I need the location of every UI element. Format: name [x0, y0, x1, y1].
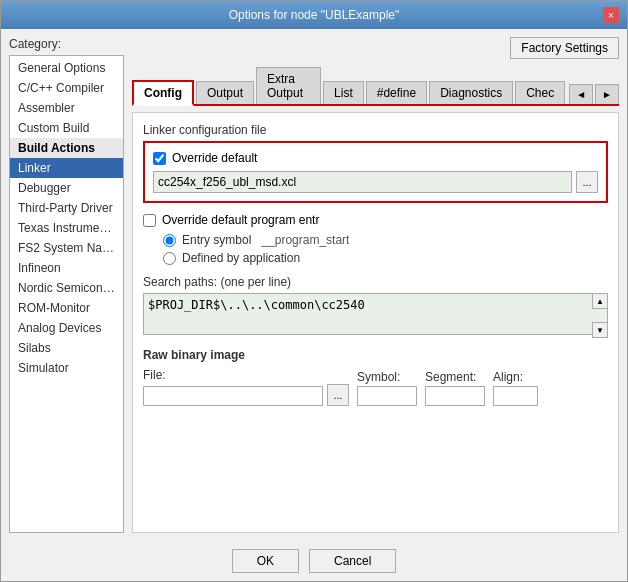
sidebar-item-fs2[interactable]: FS2 System Navig — [10, 238, 123, 258]
override-default-label: Override default — [172, 151, 257, 165]
raw-file-row: ... — [143, 384, 349, 406]
entry-symbol-radio[interactable] — [163, 234, 176, 247]
sidebar-item-custom-build[interactable]: Custom Build — [10, 118, 123, 138]
program-entry-section: Override default program entr Entry symb… — [143, 213, 608, 265]
tab-chec[interactable]: Chec — [515, 81, 565, 104]
sidebar-item-general-options[interactable]: General Options — [10, 58, 123, 78]
sidebar-item-texas[interactable]: Texas Instruments — [10, 218, 123, 238]
sidebar-item-infineon[interactable]: Infineon — [10, 258, 123, 278]
defined-by-app-label: Defined by application — [182, 251, 300, 265]
symbol-label: Symbol: — [357, 370, 417, 384]
raw-file-input[interactable] — [143, 386, 323, 406]
tabs-row: Config Output Extra Output List #define … — [132, 67, 619, 106]
file-label: File: — [143, 368, 349, 382]
segment-label: Segment: — [425, 370, 485, 384]
program-checkbox-row: Override default program entr — [143, 213, 608, 227]
tab-config[interactable]: Config — [132, 80, 194, 106]
sidebar-item-linker[interactable]: Linker — [10, 158, 123, 178]
sidebar-item-nordic[interactable]: Nordic Semiconduc — [10, 278, 123, 298]
symbol-group: Symbol: — [357, 370, 417, 406]
align-label: Align: — [493, 370, 538, 384]
align-input[interactable] — [493, 386, 538, 406]
symbol-input[interactable] — [357, 386, 417, 406]
entry-symbol-label: Entry symbol — [182, 233, 251, 247]
content-area: Linker configuration file Override defau… — [132, 112, 619, 533]
linker-config-section: Linker configuration file Override defau… — [143, 123, 608, 203]
dialog-footer: OK Cancel — [1, 541, 627, 581]
linker-config-title: Linker configuration file — [143, 123, 608, 137]
raw-file-browse-button[interactable]: ... — [327, 384, 349, 406]
tab-define[interactable]: #define — [366, 81, 427, 104]
sidebar: Category: General Options C/C++ Compiler… — [9, 37, 124, 533]
search-paths-label: Search paths: (one per line) — [143, 275, 608, 289]
ok-button[interactable]: OK — [232, 549, 299, 573]
radio-group: Entry symbol __program_start Defined by … — [143, 233, 608, 265]
sidebar-list[interactable]: General Options C/C++ Compiler Assembler… — [9, 55, 124, 533]
sidebar-item-assembler[interactable]: Assembler — [10, 98, 123, 118]
search-paths-textarea[interactable]: $PROJ_DIR$\..\..\common\cc2540 — [143, 293, 608, 335]
search-textarea-wrapper: $PROJ_DIR$\..\..\common\cc2540 ▲ ▼ — [143, 293, 608, 338]
factory-settings-row: Factory Settings — [132, 37, 619, 59]
segment-group: Segment: — [425, 370, 485, 406]
search-scroll-up-button[interactable]: ▲ — [592, 293, 608, 309]
cancel-button[interactable]: Cancel — [309, 549, 396, 573]
linker-file-browse-button[interactable]: ... — [576, 171, 598, 193]
defined-by-app-row: Defined by application — [163, 251, 608, 265]
raw-fields-row: File: ... Symbol: Segment: — [143, 368, 608, 406]
sidebar-item-c-compiler[interactable]: C/C++ Compiler — [10, 78, 123, 98]
align-group: Align: — [493, 370, 538, 406]
category-label: Category: — [9, 37, 124, 51]
override-program-label: Override default program entr — [162, 213, 319, 227]
tab-diagnostics[interactable]: Diagnostics — [429, 81, 513, 104]
file-group: File: ... — [143, 368, 349, 406]
raw-binary-title: Raw binary image — [143, 348, 608, 362]
options-dialog: Options for node "UBLExample" × Category… — [0, 0, 628, 582]
sidebar-item-silabs[interactable]: Silabs — [10, 338, 123, 358]
override-box: Override default cc254x_f256_ubl_msd.xcl… — [143, 141, 608, 203]
sidebar-item-third-party[interactable]: Third-Party Driver — [10, 198, 123, 218]
factory-settings-button[interactable]: Factory Settings — [510, 37, 619, 59]
sidebar-item-debugger[interactable]: Debugger — [10, 178, 123, 198]
dialog-body: Category: General Options C/C++ Compiler… — [1, 29, 627, 541]
entry-symbol-row: Entry symbol __program_start — [163, 233, 608, 247]
tab-list[interactable]: List — [323, 81, 364, 104]
search-paths-section: Search paths: (one per line) $PROJ_DIR$\… — [143, 275, 608, 338]
tab-more-right[interactable]: ► — [595, 84, 619, 104]
defined-by-app-radio[interactable] — [163, 252, 176, 265]
linker-file-input[interactable]: cc254x_f256_ubl_msd.xcl — [153, 171, 572, 193]
override-program-checkbox[interactable] — [143, 214, 156, 227]
raw-binary-section: Raw binary image File: ... Symbol: — [143, 348, 608, 406]
title-bar: Options for node "UBLExample" × — [1, 1, 627, 29]
dialog-title: Options for node "UBLExample" — [25, 8, 603, 22]
override-default-row: Override default — [153, 151, 598, 165]
main-area: Factory Settings Config Output Extra Out… — [132, 37, 619, 533]
entry-symbol-value: __program_start — [261, 233, 349, 247]
override-default-checkbox[interactable] — [153, 152, 166, 165]
close-button[interactable]: × — [603, 7, 619, 23]
tab-extra-output[interactable]: Extra Output — [256, 67, 321, 104]
sidebar-item-simulator[interactable]: Simulator — [10, 358, 123, 378]
tab-more-left[interactable]: ◄ — [569, 84, 593, 104]
sidebar-item-rom-monitor[interactable]: ROM-Monitor — [10, 298, 123, 318]
segment-input[interactable] — [425, 386, 485, 406]
search-scroll-down-button[interactable]: ▼ — [592, 322, 608, 338]
sidebar-item-analog[interactable]: Analog Devices — [10, 318, 123, 338]
linker-file-row: cc254x_f256_ubl_msd.xcl ... — [153, 171, 598, 193]
sidebar-item-build-actions[interactable]: Build Actions — [10, 138, 123, 158]
tab-output[interactable]: Output — [196, 81, 254, 104]
